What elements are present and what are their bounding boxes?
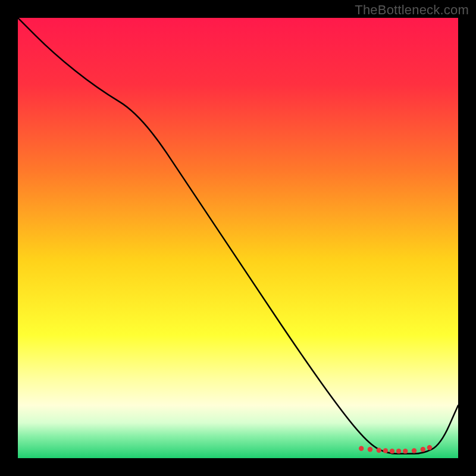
- chart-container: TheBottleneck.com: [0, 0, 476, 476]
- marker-dot: [359, 446, 364, 451]
- marker-dot: [403, 449, 408, 453]
- gradient-background: [18, 18, 458, 458]
- marker-dot: [377, 447, 381, 452]
- marker-dot: [396, 449, 401, 453]
- plot-area: [18, 18, 458, 458]
- marker-dot: [412, 448, 416, 453]
- marker-dot: [383, 448, 388, 453]
- marker-dot: [368, 447, 372, 452]
- watermark-text: TheBottleneck.com: [355, 2, 469, 18]
- chart-svg: [18, 18, 458, 458]
- marker-dot: [390, 449, 394, 453]
- marker-dot: [421, 447, 425, 452]
- marker-dot: [427, 445, 432, 450]
